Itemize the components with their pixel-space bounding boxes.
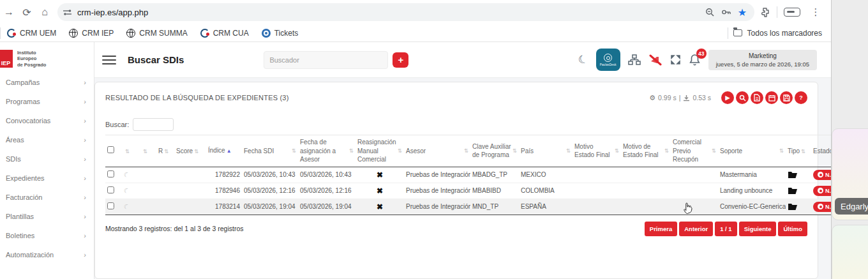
page-title: Buscar SDIs <box>128 54 184 65</box>
export-file-button[interactable] <box>751 91 763 104</box>
sort-icon: ⇅ <box>398 147 402 155</box>
all-bookmarks-button[interactable]: Todos los marcadores <box>747 29 822 38</box>
extensions-icon[interactable] <box>760 7 770 18</box>
sidebar-item-convocatorias[interactable]: Convocatorias› <box>0 111 94 130</box>
col-asesor[interactable]: Asesor⇅ <box>404 135 470 167</box>
sidebar-item-label: Áreas <box>6 136 24 144</box>
col-indice[interactable]: Índice▲ <box>206 135 242 167</box>
side-panel-card[interactable] <box>832 225 868 279</box>
edgarly-tag[interactable]: Edgarly <box>835 198 868 215</box>
col-comercial-previo[interactable]: Comercial Previo Recupón⇅ <box>671 135 718 167</box>
menu-toggle-icon[interactable] <box>102 56 116 64</box>
table-row[interactable]: ☽ 1782922 05/03/2026, 10:43 05/03/2026, … <box>105 167 847 183</box>
url-text[interactable]: crm-iep.es/app.php <box>77 8 705 17</box>
sidebar-item-campanas[interactable]: Campañas› <box>0 73 94 92</box>
table-filter-label: Buscar: <box>105 121 129 128</box>
folder-open-icon[interactable] <box>788 203 809 211</box>
results-title: RESULTADO DE LA BÚSQUEDA DE EXPEDIENTES … <box>105 94 289 102</box>
sidebar-item-sdis[interactable]: SDIs› <box>0 149 94 169</box>
sort-icon[interactable]: ⇅ <box>125 148 130 155</box>
bookmark-label: CRM IEP <box>82 29 114 38</box>
cell-clave: MBABIBD <box>470 183 519 199</box>
results-table: ⇅ ⇅ R⇅ Score⇅ Índice▲ Fecha SDI⇅ Fecha d… <box>105 135 847 215</box>
app-logo[interactable]: IEP Instituto Europeo de Posgrado <box>0 42 94 73</box>
row-checkbox[interactable] <box>107 202 114 209</box>
sidebar-item-programas[interactable]: Programas› <box>0 92 94 111</box>
sidebar-item-expedientes[interactable]: Expedientes› <box>0 169 94 188</box>
sidebar-item-facturacion[interactable]: Facturación› <box>0 188 94 207</box>
table-row[interactable]: ☽ 1783214 05/03/2026, 19:04 05/03/2026, … <box>105 199 847 215</box>
globe-icon <box>126 29 135 38</box>
col-score[interactable]: Score⇅ <box>174 135 206 167</box>
cell-pais: MEXICO <box>519 167 572 183</box>
sidebar-item-label: SDIs <box>6 155 21 163</box>
sidebar-item-label: Facturación <box>6 193 42 201</box>
pagination-next-button[interactable]: Siguiente <box>739 222 777 236</box>
bookmark-tickets[interactable]: Tickets <box>255 24 305 41</box>
col-motivo-de-estado[interactable]: Motivo de Estado Final⇅ <box>621 135 671 167</box>
col-clave[interactable]: Clave Auxiliar de Programa⇅ <box>470 135 519 167</box>
col-tipo[interactable]: Tipo⇅ <box>786 135 811 167</box>
sort-icon: ⇅ <box>566 147 571 155</box>
password-key-icon[interactable] <box>721 8 731 17</box>
calendar-button[interactable] <box>765 91 778 104</box>
row-checkbox[interactable] <box>107 170 114 177</box>
crescent-icon: ☽ <box>123 170 131 179</box>
global-search-input[interactable] <box>264 51 388 69</box>
sidebar-item-automatizacion[interactable]: Automatización› <box>0 245 94 264</box>
paulasdesk-app-icon[interactable]: PaulasDesk <box>596 49 620 71</box>
muted-notifications-icon[interactable] <box>648 54 662 66</box>
zoom-icon[interactable] <box>705 8 715 17</box>
col-reasignacion[interactable]: Reasignación Manual Comercial⇅ <box>355 135 404 167</box>
cell-clave: MBADG_TP <box>470 167 519 183</box>
notifications-bell-icon[interactable]: 43 <box>689 54 701 66</box>
bookmark-crm-summa[interactable]: CRM SUMMA <box>120 24 193 41</box>
home-icon[interactable]: ⌂ <box>36 3 54 21</box>
bookmark-crm-iep[interactable]: CRM IEP <box>63 24 120 41</box>
crm-uem-favicon <box>7 29 16 38</box>
bookmark-crm-cua[interactable]: CRM CUA <box>194 24 255 41</box>
help-button[interactable]: ? <box>795 91 807 104</box>
pagination-last-button[interactable]: Último <box>778 222 807 236</box>
forward-icon[interactable]: → <box>0 3 18 21</box>
table-row[interactable]: ☽ 1782946 05/03/2026, 12:16 05/03/2026, … <box>105 183 847 199</box>
search-button[interactable] <box>736 91 749 104</box>
run-search-button[interactable]: ▶ <box>721 91 734 104</box>
add-button[interactable]: + <box>393 52 408 68</box>
col-r[interactable]: R⇅ <box>156 135 174 167</box>
site-settings-icon[interactable] <box>63 8 72 17</box>
gear-icon: ⚙ <box>649 94 655 102</box>
save-button[interactable] <box>780 91 793 104</box>
sidebar-item-plantillas[interactable]: Plantillas› <box>0 207 94 226</box>
col-fecha-sdi[interactable]: Fecha SDI⇅ <box>242 135 298 167</box>
bookmark-crm-uem[interactable]: CRM UEM <box>1 24 63 41</box>
pagination-prev-button[interactable]: Anterior <box>679 222 713 236</box>
pagination-first-button[interactable]: Primera <box>645 222 677 236</box>
profile-button[interactable] <box>784 8 800 17</box>
user-session-box[interactable]: Marketing jueves, 5 de marzo de 2026, 19… <box>708 50 817 70</box>
pagination-page-indicator[interactable]: 1 / 1 <box>715 222 737 236</box>
sidebar-item-boletines[interactable]: Boletines› <box>0 226 94 245</box>
sitemap-icon[interactable] <box>628 54 641 65</box>
refresh-icon[interactable]: ⟳ <box>18 3 36 21</box>
col-soporte[interactable]: Soporte⇅ <box>718 135 786 167</box>
bookmarks-separator-right <box>728 27 728 39</box>
fullscreen-icon[interactable] <box>670 54 681 65</box>
row-checkbox[interactable] <box>107 186 114 193</box>
col-fecha-asignacion[interactable]: Fecha de asignación a Asesor⇅ <box>298 135 355 167</box>
folder-open-icon[interactable] <box>788 171 809 179</box>
sidebar-item-label: Automatización <box>6 251 54 259</box>
chevron-right-icon: › <box>84 98 86 105</box>
table-filter-input[interactable] <box>133 118 174 131</box>
sidebar-item-areas[interactable]: Áreas› <box>0 130 94 149</box>
col-pais[interactable]: País⇅ <box>519 135 572 167</box>
folder-open-icon[interactable] <box>788 187 809 195</box>
select-all-checkbox[interactable] <box>107 146 114 153</box>
bookmark-star-icon[interactable]: ★ <box>738 6 747 19</box>
paulasdesk-logo-icon <box>604 54 612 62</box>
address-bar[interactable]: crm-iep.es/app.php ★ <box>57 3 754 21</box>
sort-icon[interactable]: ⇅ <box>143 148 147 155</box>
browser-menu-icon[interactable]: ⋮ <box>807 3 825 21</box>
dark-mode-icon[interactable]: ☾ <box>577 52 590 68</box>
col-motivo-estado[interactable]: Motivo Estado Final⇅ <box>572 135 621 167</box>
